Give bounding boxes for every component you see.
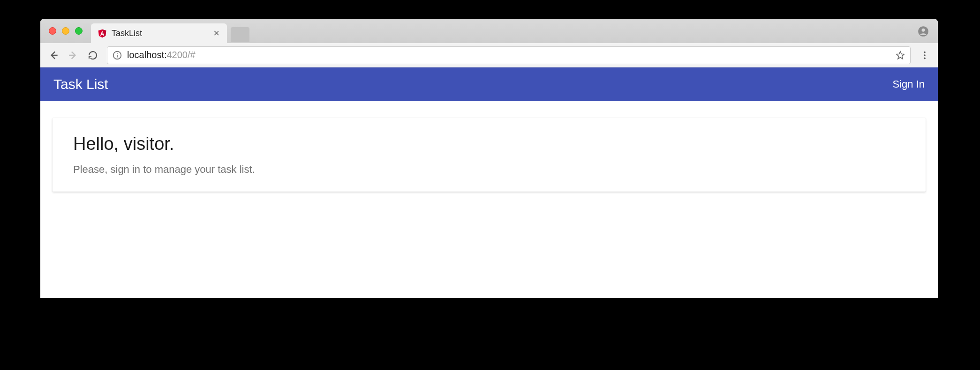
sign-in-button[interactable]: Sign In [893, 78, 925, 90]
angular-icon [98, 29, 107, 38]
browser-tab[interactable]: TaskList × [91, 23, 227, 43]
close-window-button[interactable] [49, 27, 56, 35]
browser-menu-button[interactable] [916, 47, 933, 64]
tab-title: TaskList [112, 29, 211, 38]
app-header: Task List Sign In [40, 67, 938, 101]
svg-point-3 [922, 29, 925, 32]
maximize-window-button[interactable] [75, 27, 83, 35]
page-viewport: Task List Sign In Hello, visitor. Please… [40, 67, 938, 298]
welcome-heading: Hello, visitor. [73, 134, 905, 154]
site-info-icon[interactable] [112, 50, 122, 60]
window-controls [49, 27, 83, 35]
minimize-window-button[interactable] [62, 27, 69, 35]
bookmark-icon[interactable] [895, 50, 905, 60]
browser-toolbar: localhost:4200/# [40, 43, 938, 67]
welcome-body: Please, sign in to manage your task list… [73, 163, 905, 176]
back-button[interactable] [45, 47, 62, 64]
svg-point-7 [924, 51, 926, 53]
forward-button[interactable] [65, 47, 82, 64]
svg-point-9 [924, 57, 926, 59]
svg-point-8 [924, 54, 926, 56]
svg-point-6 [117, 52, 118, 53]
new-tab-button[interactable] [231, 27, 249, 42]
tab-bar: TaskList × [40, 19, 938, 43]
address-bar[interactable]: localhost:4200/# [107, 46, 911, 64]
url-text: localhost:4200/# [127, 50, 196, 60]
welcome-card: Hello, visitor. Please, sign in to manag… [53, 118, 926, 192]
reload-button[interactable] [84, 47, 101, 64]
account-icon[interactable] [917, 25, 929, 37]
close-tab-icon[interactable]: × [211, 27, 221, 39]
browser-window: TaskList × [40, 19, 938, 298]
app-title: Task List [53, 76, 108, 92]
